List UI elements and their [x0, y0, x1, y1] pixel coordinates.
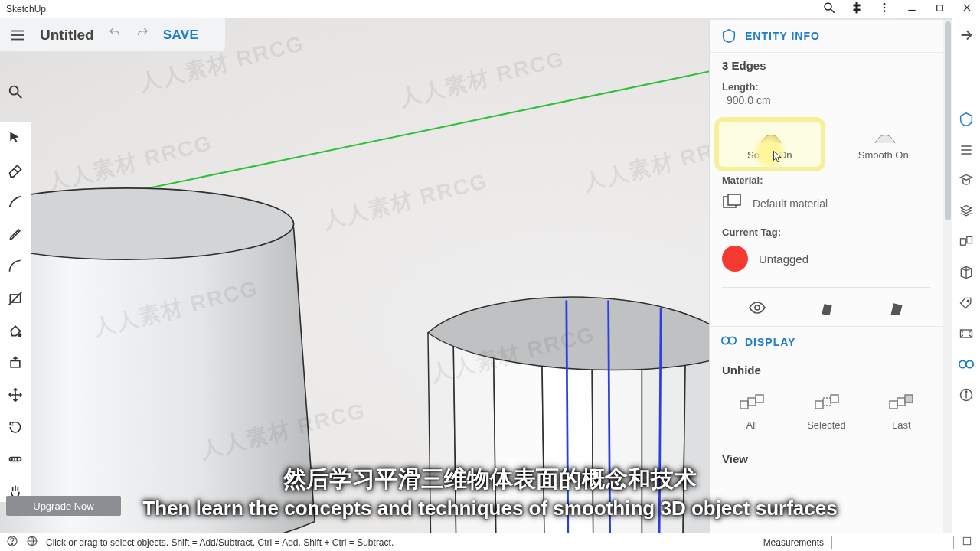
lock-icon[interactable]	[816, 300, 838, 315]
instructor-icon[interactable]	[956, 170, 977, 191]
tape-measure-tool[interactable]	[3, 448, 28, 470]
unhide-selected-label: Selected	[807, 419, 846, 431]
visibility-icon[interactable]	[746, 300, 768, 315]
close-icon[interactable]	[960, 1, 974, 15]
svg-rect-37	[740, 401, 748, 409]
svg-line-1	[831, 9, 835, 13]
svg-rect-40	[815, 401, 823, 409]
paint-bucket-tool[interactable]	[3, 320, 28, 341]
soften-icon	[760, 129, 779, 145]
pencil-tool[interactable]	[3, 223, 28, 245]
redo-button[interactable]	[136, 26, 149, 44]
arc-tool[interactable]	[3, 256, 28, 277]
maximize-icon[interactable]	[933, 1, 946, 15]
materials-icon[interactable]	[956, 231, 977, 253]
cylinder-faceted	[428, 297, 740, 533]
length-label: Length:	[710, 78, 943, 94]
svg-point-57	[965, 391, 967, 393]
scrollbar-track[interactable]	[943, 20, 952, 533]
display-header-icon	[720, 334, 737, 349]
svg-point-12	[10, 86, 18, 95]
soften-toggle[interactable]: Soften On	[719, 122, 821, 167]
minimize-icon[interactable]	[905, 1, 919, 15]
entity-info-icon[interactable]	[956, 109, 977, 130]
material-value[interactable]: Default material	[753, 197, 828, 210]
measurements-input[interactable]	[831, 536, 954, 549]
outliner-icon[interactable]	[956, 139, 977, 161]
svg-rect-41	[823, 398, 831, 406]
upgrade-button[interactable]: Upgrade Now	[6, 496, 121, 516]
smooth-label: Smooth On	[858, 149, 909, 161]
app-title: SketchUp	[6, 4, 46, 15]
status-bar: Click or drag to select objects. Shift =…	[0, 533, 980, 551]
svg-point-4	[884, 10, 886, 12]
status-hint: Click or drag to select objects. Shift =…	[46, 537, 394, 548]
svg-rect-49	[961, 239, 966, 245]
svg-point-35	[722, 337, 729, 344]
pushpull-tool[interactable]	[3, 352, 28, 373]
selection-summary: 3 Edges	[710, 53, 943, 78]
left-toolbar	[0, 122, 31, 502]
svg-rect-42	[831, 395, 838, 403]
scrollbar-thumb[interactable]	[945, 21, 951, 220]
material-swatch-icon[interactable]	[722, 194, 742, 213]
rectangle-tool[interactable]	[3, 288, 28, 309]
shadow-icon[interactable]	[886, 300, 907, 315]
forward-pane-icon[interactable]	[952, 20, 980, 51]
unhide-selected-button[interactable]: Selected	[807, 393, 846, 431]
components-icon[interactable]	[956, 201, 977, 222]
svg-point-53	[959, 360, 966, 367]
undo-button[interactable]	[108, 26, 122, 44]
select-tool[interactable]	[3, 127, 28, 148]
soften-label: Soften On	[747, 149, 792, 161]
eraser-tool[interactable]	[3, 159, 28, 181]
lines-tool[interactable]	[3, 191, 28, 213]
unhide-all-label: All	[746, 419, 757, 431]
svg-point-16	[18, 334, 21, 336]
svg-rect-44	[897, 398, 905, 406]
smooth-toggle[interactable]: Smooth On	[833, 122, 935, 167]
cylinder-smooth	[0, 188, 315, 533]
measurements-label: Measurements	[763, 537, 824, 548]
right-rail	[952, 106, 980, 406]
svg-rect-38	[748, 398, 756, 406]
current-tag-label: Current Tag:	[710, 223, 943, 240]
view-title: View	[710, 442, 943, 471]
zoom-icon[interactable]	[822, 1, 836, 15]
smooth-icon	[874, 129, 893, 145]
tag-color-dot[interactable]	[722, 246, 748, 272]
scenes-icon[interactable]	[956, 323, 977, 344]
unhide-last-button[interactable]: Last	[888, 393, 914, 431]
styles-icon[interactable]	[956, 262, 977, 283]
move-tool[interactable]	[3, 384, 28, 406]
svg-line-13	[18, 94, 22, 99]
status-corner-icon[interactable]	[962, 536, 972, 549]
svg-point-54	[966, 360, 973, 367]
info-icon[interactable]	[956, 384, 977, 406]
svg-point-51	[967, 300, 969, 302]
display-rail-icon[interactable]	[956, 354, 977, 375]
extensions-icon[interactable]	[850, 1, 864, 15]
display-title: DISPLAY	[745, 336, 795, 348]
tags-icon[interactable]	[956, 292, 977, 314]
unhide-all-button[interactable]: All	[739, 393, 765, 431]
document-title: Untitled	[40, 27, 94, 44]
svg-point-3	[884, 7, 886, 9]
help-icon[interactable]	[6, 535, 18, 549]
svg-rect-33	[728, 194, 740, 205]
kebab-menu-icon[interactable]	[877, 1, 891, 15]
svg-rect-39	[756, 395, 763, 403]
inspector-panel: ENTITY INFO 3 Edges Length: 900.0 cm Sof…	[709, 20, 952, 533]
unhide-last-label: Last	[892, 419, 911, 431]
svg-point-36	[729, 337, 736, 344]
entity-info-header-icon	[720, 28, 737, 44]
language-icon[interactable]	[26, 535, 38, 549]
hamburger-menu-icon[interactable]	[9, 27, 26, 44]
save-button[interactable]: SAVE	[163, 28, 199, 43]
svg-point-2	[884, 3, 886, 5]
svg-rect-61	[963, 537, 970, 544]
rotate-tool[interactable]	[3, 416, 28, 438]
length-value: 900.0 cm	[710, 94, 943, 114]
tag-name[interactable]: Untagged	[759, 253, 808, 266]
search-button[interactable]	[0, 77, 31, 107]
